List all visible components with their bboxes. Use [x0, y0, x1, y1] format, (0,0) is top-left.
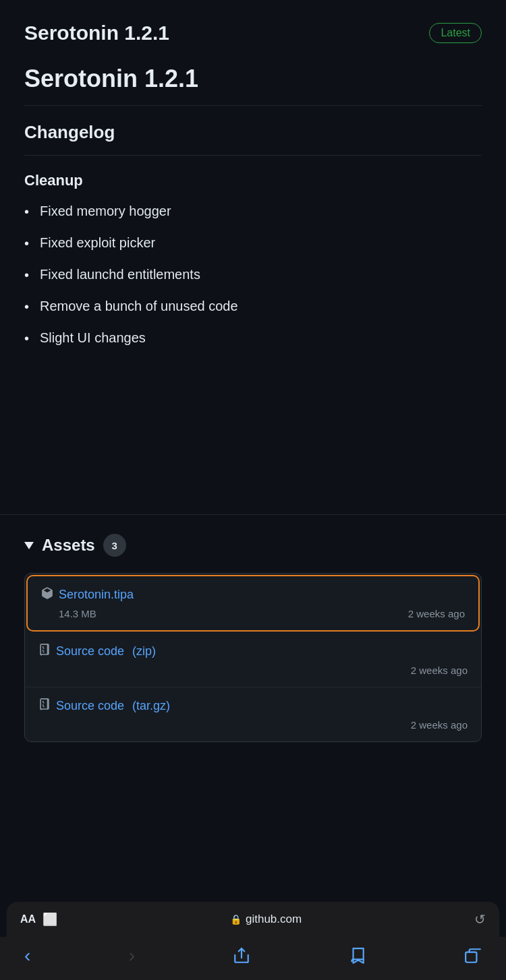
asset-meta: 14.3 MB 2 weeks ago: [41, 608, 465, 619]
lock-icon: 🔒: [230, 914, 242, 925]
asset-zip-suffix: (zip): [132, 644, 156, 659]
asset-name-row: Source code (zip): [38, 644, 468, 659]
asset-name-row: Serotonin.tipa: [41, 587, 465, 603]
asset-meta: 2 weeks ago: [38, 719, 468, 731]
asset-zip-link[interactable]: Source code: [56, 644, 124, 659]
browser-bar: AA ⬜ 🔒 github.com ↺: [7, 902, 499, 937]
asset-date: 2 weeks ago: [56, 665, 468, 676]
changelog-list: Fixed memory hogger Fixed exploit picker…: [24, 202, 482, 348]
browser-bar-left: AA ⬜: [20, 912, 57, 927]
list-item: Remove a bunch of unused code: [24, 297, 482, 316]
collapse-triangle-icon: [24, 542, 34, 549]
list-item: Fixed memory hogger: [24, 202, 482, 221]
page-header: Serotonin 1.2.1 Latest: [0, 0, 506, 58]
svg-rect-1: [466, 952, 476, 962]
list-item: Fixed exploit picker: [24, 233, 482, 253]
list-item: Slight UI changes: [24, 328, 482, 348]
assets-heading: Assets: [42, 536, 95, 555]
latest-badge: Latest: [429, 23, 482, 43]
bottom-nav: ‹ ›: [0, 937, 506, 980]
asset-date: 2 weeks ago: [96, 608, 465, 619]
asset-item-zip[interactable]: Source code (zip) 2 weeks ago: [25, 633, 481, 687]
tabs-icon[interactable]: [464, 947, 482, 964]
reload-icon[interactable]: ↺: [474, 911, 486, 927]
browser-url-area[interactable]: 🔒 github.com: [57, 913, 474, 926]
share-icon[interactable]: [233, 947, 250, 964]
assets-section: Assets 3 Serotonin.tipa 14.3 MB 2 weeks …: [0, 514, 506, 742]
browser-url-text: github.com: [246, 913, 302, 926]
asset-targz-link[interactable]: Source code: [56, 699, 124, 713]
browser-extensions-icon[interactable]: ⬜: [43, 912, 57, 927]
cleanup-heading: Cleanup: [24, 172, 482, 189]
asset-tipa-link[interactable]: Serotonin.tipa: [59, 588, 134, 602]
asset-item-targz[interactable]: Source code (tar.gz) 2 weeks ago: [25, 687, 481, 741]
main-content: Serotonin 1.2.1 Changelog Cleanup Fixed …: [0, 58, 506, 514]
release-title: Serotonin 1.2.1: [24, 65, 482, 93]
forward-button[interactable]: ›: [129, 945, 135, 967]
back-button[interactable]: ‹: [24, 945, 30, 967]
asset-targz-suffix: (tar.gz): [132, 699, 170, 713]
asset-meta: 2 weeks ago: [38, 665, 468, 676]
asset-size: 14.3 MB: [59, 608, 96, 619]
asset-list: Serotonin.tipa 14.3 MB 2 weeks ago Sourc…: [24, 573, 482, 742]
asset-item-tipa[interactable]: Serotonin.tipa 14.3 MB 2 weeks ago: [26, 575, 480, 632]
divider-2: [24, 155, 482, 156]
header-title: Serotonin 1.2.1: [24, 22, 169, 44]
targz-icon: [38, 698, 51, 714]
zip-icon: [38, 644, 51, 659]
divider-1: [24, 105, 482, 106]
asset-name-row: Source code (tar.gz): [38, 698, 468, 714]
list-item: Fixed launchd entitlements: [24, 265, 482, 284]
changelog-heading: Changelog: [24, 122, 482, 143]
assets-header: Assets 3: [24, 534, 482, 557]
package-icon: [41, 587, 53, 603]
asset-date: 2 weeks ago: [56, 719, 468, 731]
bookmarks-icon[interactable]: [349, 947, 366, 964]
browser-aa-button[interactable]: AA: [20, 913, 36, 925]
assets-count-badge: 3: [103, 534, 126, 557]
